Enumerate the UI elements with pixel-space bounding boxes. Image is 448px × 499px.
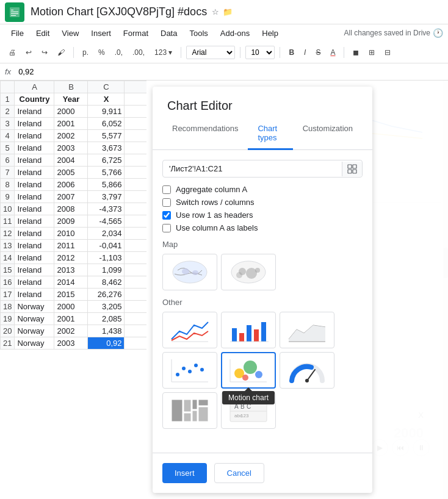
cell-country[interactable]: Ireland: [15, 118, 54, 130]
cell-year[interactable]: 2002: [54, 325, 88, 337]
cell-country[interactable]: Ireland: [15, 240, 54, 252]
insert-button[interactable]: Insert: [162, 463, 207, 483]
data-range-grid-button[interactable]: [342, 162, 362, 176]
cell-country[interactable]: Ireland: [15, 276, 54, 289]
menu-view[interactable]: View: [56, 26, 85, 40]
chart-type-gauge[interactable]: [280, 352, 334, 389]
row-header[interactable]: 14: [1, 252, 15, 264]
chart-type-line[interactable]: [162, 312, 217, 348]
chart-type-map[interactable]: [162, 254, 217, 290]
fill-color-button[interactable]: ◼: [349, 47, 363, 58]
row-header[interactable]: 20: [1, 325, 15, 337]
cell-year[interactable]: 2011: [54, 240, 88, 252]
strike-button[interactable]: S: [312, 47, 324, 58]
cell-country[interactable]: Ireland: [15, 130, 54, 142]
use-col-a-checkbox[interactable]: [162, 224, 171, 232]
row-header[interactable]: 8: [1, 179, 15, 191]
cell-x[interactable]: 1,099: [88, 264, 125, 276]
cell-country[interactable]: Ireland: [15, 264, 54, 276]
cell-year[interactable]: 2005: [54, 167, 88, 179]
undo-button[interactable]: ↩: [22, 47, 35, 58]
cell-year[interactable]: 2006: [54, 179, 88, 191]
fontsize-select[interactable]: 10: [245, 46, 275, 59]
cell-x[interactable]: -0,041: [88, 240, 125, 252]
row-header[interactable]: 6: [1, 154, 15, 167]
row-header[interactable]: 2: [1, 106, 15, 118]
folder-icon[interactable]: 📁: [223, 7, 233, 16]
chart-type-treemap[interactable]: [162, 392, 217, 429]
menu-addons[interactable]: Add-ons: [214, 26, 256, 40]
cell-year[interactable]: 2000: [54, 301, 88, 313]
star-icon[interactable]: ☆: [212, 7, 219, 16]
cell-country[interactable]: Ireland: [15, 142, 54, 154]
borders-button[interactable]: ⊞: [365, 47, 378, 58]
cell-country[interactable]: Ireland: [15, 252, 54, 264]
cell-year[interactable]: 2009: [54, 215, 88, 228]
cell-x[interactable]: 6,725: [88, 154, 125, 167]
cell-year[interactable]: 2013: [54, 264, 88, 276]
cell-country[interactable]: Norway: [15, 301, 54, 313]
row-header[interactable]: 21: [1, 337, 15, 350]
row-header[interactable]: 16: [1, 276, 15, 289]
cell-year[interactable]: 2014: [54, 276, 88, 289]
cell-year[interactable]: Year: [54, 93, 88, 106]
use-row1-checkbox[interactable]: [162, 211, 171, 220]
paint-button[interactable]: 🖌: [54, 47, 68, 58]
format-num[interactable]: 123 ▾: [151, 47, 176, 58]
tab-recommendations[interactable]: Recommendations: [162, 118, 248, 150]
cell-x[interactable]: 9,911: [88, 106, 125, 118]
cell-x[interactable]: 0,92: [88, 337, 125, 350]
cell-x[interactable]: 5,577: [88, 130, 125, 142]
row-header[interactable]: 9: [1, 191, 15, 203]
row-header[interactable]: 10: [1, 203, 15, 215]
cell-year[interactable]: 2000: [54, 106, 88, 118]
menu-tools[interactable]: Tools: [183, 26, 214, 40]
cell-x[interactable]: -4,373: [88, 203, 125, 215]
row-header[interactable]: 11: [1, 215, 15, 228]
cell-country[interactable]: Ireland: [15, 154, 54, 167]
row-header[interactable]: 17: [1, 289, 15, 301]
row-header[interactable]: 5: [1, 142, 15, 154]
cell-year[interactable]: 2007: [54, 191, 88, 203]
cell-country[interactable]: Country: [15, 93, 54, 106]
cell-year[interactable]: 2008: [54, 203, 88, 215]
row-header[interactable]: 13: [1, 240, 15, 252]
row-header[interactable]: 4: [1, 130, 15, 142]
bold-button[interactable]: B: [285, 47, 298, 58]
format-p[interactable]: p.: [79, 47, 92, 58]
cell-year[interactable]: 2002: [54, 130, 88, 142]
cell-year[interactable]: 2004: [54, 154, 88, 167]
cell-x[interactable]: 1,438: [88, 325, 125, 337]
menu-format[interactable]: Format: [117, 26, 154, 40]
col-header-b[interactable]: B: [54, 81, 88, 93]
cell-country[interactable]: Ireland: [15, 215, 54, 228]
cell-year[interactable]: 2010: [54, 228, 88, 240]
cell-year[interactable]: 2012: [54, 252, 88, 264]
cell-x[interactable]: 3,797: [88, 191, 125, 203]
cell-year[interactable]: 2001: [54, 118, 88, 130]
format-pct[interactable]: %: [95, 47, 109, 58]
row-header[interactable]: 19: [1, 313, 15, 325]
cell-country[interactable]: Norway: [15, 337, 54, 350]
cell-country[interactable]: Norway: [15, 325, 54, 337]
cancel-button[interactable]: Cancel: [214, 463, 264, 483]
chart-type-area[interactable]: [280, 312, 334, 348]
chart-type-scatter[interactable]: [162, 352, 217, 389]
menu-file[interactable]: File: [5, 26, 30, 40]
cell-year[interactable]: 2015: [54, 289, 88, 301]
cell-x[interactable]: X: [88, 93, 125, 106]
switch-rows-checkbox[interactable]: [162, 198, 171, 207]
cell-x[interactable]: -1,103: [88, 252, 125, 264]
tab-customization[interactable]: Customization: [293, 118, 363, 150]
format-dec2[interactable]: .00,: [129, 47, 148, 58]
cell-year[interactable]: 2001: [54, 313, 88, 325]
print-button[interactable]: 🖨: [5, 47, 20, 58]
cell-x[interactable]: 5,766: [88, 167, 125, 179]
tab-chart-types[interactable]: Chart types: [248, 118, 292, 150]
chart-type-bubble-map[interactable]: [221, 254, 276, 290]
cell-x[interactable]: 26,276: [88, 289, 125, 301]
redo-button[interactable]: ↪: [38, 47, 51, 58]
col-header-c[interactable]: C: [88, 81, 125, 93]
cell-country[interactable]: Ireland: [15, 191, 54, 203]
chart-type-column[interactable]: [221, 312, 276, 348]
